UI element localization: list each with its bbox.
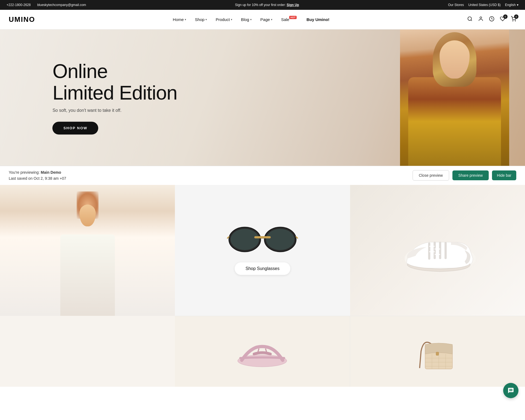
nav-sale[interactable]: Sale HOT xyxy=(281,17,298,22)
svg-rect-12 xyxy=(254,236,271,238)
chevron-down-icon: ▾ xyxy=(231,18,232,21)
sunglasses-svg xyxy=(227,226,298,256)
main-nav: UMINO Home ▾ Shop ▾ Product ▾ Blog ▾ Pag… xyxy=(0,10,525,29)
hero-model-container xyxy=(220,29,509,166)
search-button[interactable] xyxy=(467,16,473,23)
nav-product[interactable]: Product ▾ xyxy=(216,17,232,22)
bottom-product-grid xyxy=(0,316,525,387)
cart-button[interactable]: 0 xyxy=(511,16,516,23)
bag-svg xyxy=(416,329,459,373)
chevron-down-icon: ▾ xyxy=(271,18,272,21)
product-cell-bag xyxy=(350,316,525,387)
wishlist-button[interactable]: 0 xyxy=(500,16,505,23)
saved-timestamp: Last saved on Oct 2, 9:38 am +07 xyxy=(9,175,66,181)
cart-count: 0 xyxy=(514,14,518,19)
nav-blog[interactable]: Blog ▾ xyxy=(241,17,252,22)
nav-links: Home ▾ Shop ▾ Product ▾ Blog ▾ Page ▾ Sa… xyxy=(173,17,329,22)
top-bar-left: +222-1800-2628 blueskytechcompany@gmail.… xyxy=(7,3,86,7)
hero-section: Online Limited Edition So soft, you don'… xyxy=(0,29,525,166)
nav-home[interactable]: Home ▾ xyxy=(173,17,186,22)
fashion-model-bg xyxy=(0,185,175,316)
top-bar-right: Our Stores United States (USD $) English… xyxy=(448,3,518,7)
chevron-down-icon: ▾ xyxy=(205,18,207,21)
preview-label: You're previewing: xyxy=(9,170,40,175)
wishlist-count: 0 xyxy=(503,14,508,19)
sneakers-bg xyxy=(350,185,525,316)
svg-point-1 xyxy=(480,17,482,19)
fashion-model-body xyxy=(60,235,115,316)
hero-model-figure xyxy=(400,29,509,166)
bottom-left-spacer xyxy=(0,316,175,387)
account-button[interactable] xyxy=(478,16,484,23)
phone-number[interactable]: +222-1800-2628 xyxy=(7,3,31,7)
signup-link[interactable]: Sign Up xyxy=(287,3,299,7)
svg-point-3 xyxy=(513,21,513,21)
language-selector[interactable]: English ▾ xyxy=(505,3,518,7)
fashion-model-face xyxy=(79,205,96,226)
hero-subtitle: So soft, you don't want to take it off. xyxy=(52,108,177,113)
svg-point-0 xyxy=(468,17,472,20)
email-address[interactable]: blueskytechcompany@gmail.com xyxy=(37,3,86,7)
hero-model-body xyxy=(408,77,501,166)
product-cell-sandals xyxy=(175,316,350,387)
product-cell-fashion xyxy=(0,185,175,316)
chevron-down-icon: ▾ xyxy=(185,18,186,21)
promo-text: Sign up for 10% off your first order: xyxy=(235,3,286,7)
hero-text-block: Online Limited Edition So soft, you don'… xyxy=(52,61,177,134)
preview-bar-info: You're previewing: Main Demo Last saved … xyxy=(9,169,66,182)
svg-rect-22 xyxy=(436,352,439,355)
top-bar: +222-1800-2628 blueskytechcompany@gmail.… xyxy=(0,0,525,10)
svg-point-9 xyxy=(266,229,294,250)
svg-point-4 xyxy=(515,21,516,21)
product-grid: Shop Sunglasses xyxy=(0,185,525,316)
currency-selector[interactable]: United States (USD $) xyxy=(468,3,501,7)
shop-sunglasses-button[interactable]: Shop Sunglasses xyxy=(235,262,291,275)
sneakers-svg xyxy=(396,223,478,278)
top-bar-center: Sign up for 10% off your first order: Si… xyxy=(86,3,448,7)
sunglasses-product: Shop Sunglasses xyxy=(216,215,309,286)
nav-buy-umino[interactable]: Buy Umino! xyxy=(306,17,329,22)
product-cell-sunglasses: Shop Sunglasses xyxy=(175,185,350,316)
share-preview-button[interactable]: Share preview xyxy=(452,170,489,180)
svg-point-7 xyxy=(231,229,259,250)
preview-bar: You're previewing: Main Demo Last saved … xyxy=(0,166,525,185)
hero-title: Online Limited Edition xyxy=(52,61,177,104)
product-cell-sneakers xyxy=(350,185,525,316)
sandals-svg xyxy=(235,334,290,369)
chevron-down-icon: ▾ xyxy=(250,18,252,21)
nav-icons: 0 0 xyxy=(467,16,516,23)
shop-now-button[interactable]: SHOP NOW xyxy=(52,122,98,135)
nav-shop[interactable]: Shop ▾ xyxy=(195,17,207,22)
history-button[interactable] xyxy=(489,16,494,23)
preview-bar-actions: Close preview Share preview Hide bar xyxy=(413,170,516,181)
close-preview-button[interactable]: Close preview xyxy=(413,170,449,181)
hide-bar-button[interactable]: Hide bar xyxy=(492,170,516,180)
stores-link[interactable]: Our Stores xyxy=(448,3,464,7)
chevron-down-icon: ▾ xyxy=(517,3,518,7)
theme-name: Main Demo xyxy=(41,170,61,175)
hot-badge: HOT xyxy=(289,16,297,19)
site-logo[interactable]: UMINO xyxy=(9,15,35,24)
nav-page[interactable]: Page ▾ xyxy=(260,17,272,22)
